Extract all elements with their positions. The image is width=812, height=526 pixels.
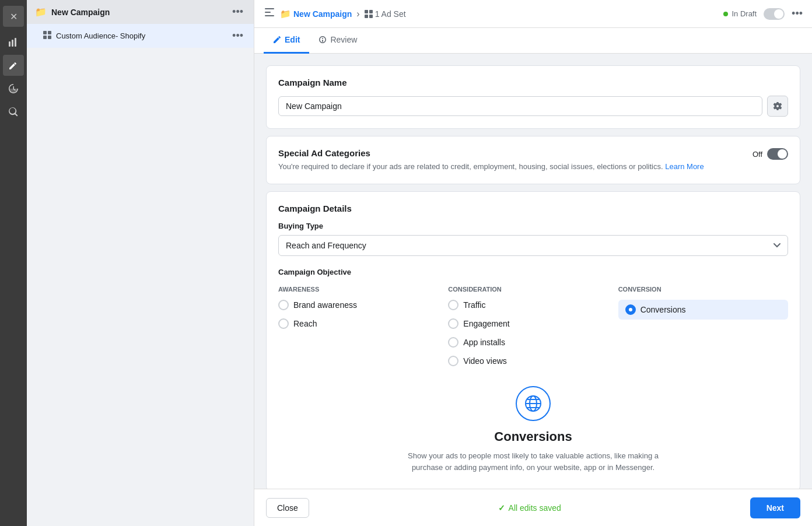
draft-toggle[interactable] [764, 8, 785, 20]
svg-rect-6 [48, 36, 51, 39]
check-icon: ✓ [498, 503, 505, 513]
conversions-title: Conversions [494, 429, 572, 444]
consideration-col: Consideration Traffic Engagement App ins… [448, 286, 618, 374]
svg-rect-0 [9, 41, 10, 47]
tab-edit-label: Edit [285, 35, 300, 44]
svg-rect-3 [43, 31, 47, 34]
edit-icon-btn[interactable] [3, 55, 24, 76]
campaign-details-card: Campaign Details Buying Type Reach and F… [266, 191, 800, 489]
breadcrumb-folder-icon: 📁 [280, 9, 291, 19]
traffic-radio[interactable] [448, 300, 459, 310]
campaign-dots-button[interactable]: ••• [230, 6, 246, 18]
campaign-name-label: New Campaign [51, 8, 110, 17]
tab-edit[interactable]: Edit [264, 28, 309, 54]
svg-rect-7 [265, 8, 274, 9]
awareness-header: Awareness [278, 286, 448, 293]
close-button[interactable]: Close [266, 498, 309, 518]
adset-sidebar-item[interactable]: Custom Audience- Shopify ••• [27, 24, 254, 48]
campaign-name-input[interactable] [278, 96, 762, 116]
content-area: Campaign Name Special Ad Categories You'… [254, 54, 812, 489]
svg-rect-12 [365, 15, 368, 18]
svg-rect-13 [369, 15, 373, 18]
svg-rect-1 [12, 40, 13, 47]
campaign-name-row [278, 96, 788, 117]
main-content: 📁 New Campaign › 1 Ad Set In Draft ••• [254, 0, 812, 526]
engagement-radio[interactable] [448, 318, 459, 329]
breadcrumb-adset[interactable]: 1 Ad Set [365, 9, 406, 19]
campaign-name-card: Campaign Name [266, 65, 800, 129]
awareness-col: Awareness Brand awareness Reach [278, 286, 448, 374]
tab-review[interactable]: Review [309, 28, 366, 54]
engagement-option[interactable]: Engagement [448, 318, 618, 329]
svg-rect-11 [369, 10, 373, 13]
search-icon-btn[interactable] [3, 101, 24, 122]
top-bar-left: 📁 New Campaign › 1 Ad Set [264, 6, 406, 21]
conversions-info: Conversions Show your ads to people most… [278, 374, 788, 479]
brand-awareness-option[interactable]: Brand awareness [278, 300, 448, 310]
campaign-settings-button[interactable] [767, 96, 788, 117]
reach-radio[interactable] [278, 318, 289, 329]
adset-label: Custom Audience- Shopify [43, 31, 145, 41]
reach-option[interactable]: Reach [278, 318, 448, 329]
campaign-sidebar: 📁 New Campaign ••• Custom Audience- Shop… [27, 0, 254, 526]
campaign-details-title: Campaign Details [278, 204, 788, 213]
brand-awareness-label: Brand awareness [293, 300, 357, 310]
campaign-objective-label: Campaign Objective [278, 268, 788, 276]
top-bar: 📁 New Campaign › 1 Ad Set In Draft ••• [254, 0, 812, 28]
campaign-title: 📁 New Campaign [35, 6, 110, 17]
traffic-option[interactable]: Traffic [448, 300, 618, 310]
learn-more-link[interactable]: Learn More [665, 162, 704, 171]
breadcrumb-campaign[interactable]: 📁 New Campaign [280, 9, 352, 19]
draft-text: In Draft [732, 9, 757, 18]
sidebar-icon-panel: ✕ [0, 0, 27, 526]
saved-label: All edits saved [509, 503, 561, 513]
close-icon-btn[interactable]: ✕ [3, 6, 24, 27]
special-ad-card: Special Ad Categories You're required to… [266, 136, 800, 184]
buying-type-select[interactable]: Reach and Frequency [278, 235, 788, 256]
more-options-button[interactable]: ••• [792, 8, 803, 20]
svg-rect-10 [365, 10, 368, 13]
breadcrumb-campaign-name: New Campaign [293, 9, 352, 19]
history-icon-btn[interactable] [3, 78, 24, 99]
chart-icon-btn[interactable] [3, 31, 24, 52]
next-button[interactable]: Next [750, 497, 800, 518]
objective-columns: Awareness Brand awareness Reach Consider… [278, 286, 788, 374]
special-ad-desc-text: You're required to declare if your ads a… [278, 162, 663, 171]
conversions-label: Conversions [640, 305, 686, 314]
brand-awareness-radio[interactable] [278, 300, 289, 310]
draft-dot [723, 12, 728, 16]
conversions-desc: Show your ads to people most likely to t… [399, 450, 667, 473]
buying-type-label: Buying Type [278, 222, 788, 230]
video-views-label: Video views [463, 356, 506, 366]
video-views-radio[interactable] [448, 356, 459, 366]
svg-rect-9 [265, 15, 274, 16]
off-label: Off [752, 150, 762, 159]
app-installs-radio[interactable] [448, 337, 459, 348]
traffic-label: Traffic [463, 300, 485, 310]
app-installs-label: App installs [463, 338, 505, 347]
adset-grid-icon [43, 31, 51, 41]
svg-rect-5 [43, 36, 47, 39]
adset-name: Custom Audience- Shopify [56, 31, 145, 40]
special-ad-title: Special Ad Categories [278, 148, 704, 158]
svg-rect-2 [15, 38, 16, 47]
conversion-header: Conversion [618, 286, 788, 293]
conversions-option[interactable]: Conversions [618, 300, 788, 320]
conversions-radio[interactable] [625, 304, 636, 315]
video-views-option[interactable]: Video views [448, 356, 618, 366]
breadcrumb-separator: › [356, 9, 359, 19]
collapse-button[interactable] [264, 6, 275, 21]
folder-icon: 📁 [35, 6, 47, 17]
special-ad-toggle[interactable] [767, 148, 788, 160]
adset-dots-button[interactable]: ••• [230, 30, 246, 42]
globe-icon-container [516, 386, 551, 421]
consideration-header: Consideration [448, 286, 618, 293]
svg-rect-4 [48, 31, 51, 34]
special-ad-content: Special Ad Categories You're required to… [278, 148, 704, 172]
svg-rect-8 [265, 12, 271, 13]
breadcrumb-adset-label: 1 Ad Set [375, 9, 406, 19]
app-installs-option[interactable]: App installs [448, 337, 618, 348]
tabs-bar: Edit Review [254, 28, 812, 54]
footer-bar: Close ✓ All edits saved Next [254, 489, 812, 526]
campaign-header: 📁 New Campaign ••• [27, 0, 254, 24]
